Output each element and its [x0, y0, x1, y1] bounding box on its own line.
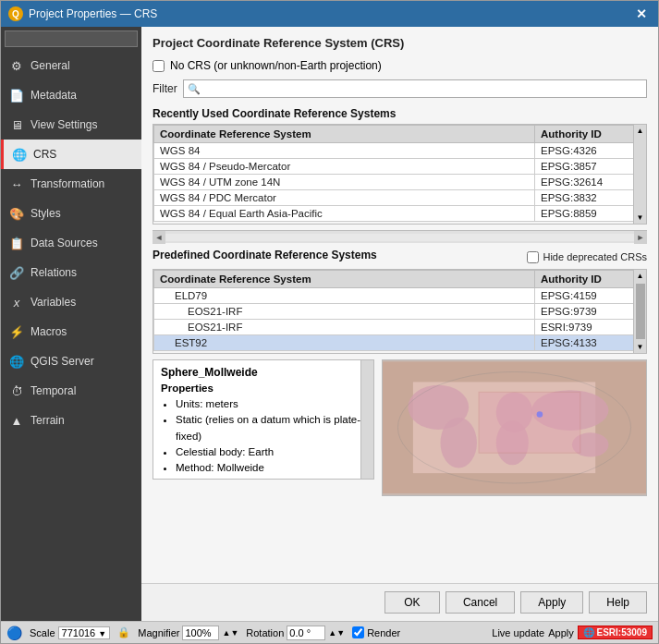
selected-crs-name: Sphere_Mollweide: [161, 366, 366, 379]
authority-id: EPSG:3857: [535, 159, 646, 175]
lock-icon: 🔒: [117, 626, 130, 638]
crs-name: WGS 84 / Equal Earth Asia-Pacific: [154, 206, 535, 222]
map-svg: [383, 360, 646, 495]
scale-value[interactable]: 771016 ▼: [58, 626, 111, 639]
authority-id: EPSG:32614: [535, 175, 646, 190]
sidebar-item-styles[interactable]: 🎨 Styles: [1, 199, 141, 228]
sidebar-item-qgis-server[interactable]: 🌐 QGIS Server: [1, 346, 141, 376]
sidebar-item-general[interactable]: ⚙ General: [1, 51, 141, 80]
predefined-title: Predefined Coordinate Reference Systems: [153, 249, 377, 261]
panel-content: Project Coordinate Reference System (CRS…: [141, 27, 658, 583]
magnifier-stepper[interactable]: ▲▼: [222, 628, 238, 638]
sidebar-item-relations[interactable]: 🔗 Relations: [1, 258, 141, 287]
scroll-down-arrow[interactable]: ▼: [635, 341, 646, 353]
sidebar-item-transformation[interactable]: ↔ Transformation: [1, 169, 141, 199]
map-preview: [382, 359, 647, 496]
crs-name: WGS 84 / PDC Mercator: [154, 190, 535, 206]
magnifier-input[interactable]: [182, 626, 219, 640]
filter-input[interactable]: [203, 82, 642, 95]
sidebar-search-area: [1, 27, 141, 51]
sidebar: ⚙ General 📄 Metadata 🖥 View Settings 🌐 C…: [1, 27, 141, 621]
prop-scrollbar[interactable]: [360, 360, 373, 479]
recently-used-hscroll[interactable]: ◄ ►: [153, 230, 647, 243]
predefined-scrollbar[interactable]: ▲ ▼: [633, 270, 646, 353]
render-checkbox[interactable]: [352, 626, 364, 638]
rotation-input[interactable]: [287, 626, 325, 640]
no-crs-label: No CRS (or unknown/non-Earth projection): [170, 59, 382, 72]
hscroll-track[interactable]: [165, 234, 634, 241]
authority-id: EPSG:8859: [535, 206, 646, 222]
col-header-crs: Coordinate Reference System: [154, 126, 535, 143]
svg-point-3: [440, 418, 476, 468]
variables-icon: x: [8, 294, 25, 310]
rotation-stepper[interactable]: ▲▼: [328, 628, 345, 638]
sidebar-item-data-sources[interactable]: 📋 Data Sources: [1, 228, 141, 258]
filter-row: Filter 🔍: [153, 79, 647, 98]
table-row[interactable]: EOS21-IRF EPSG:9739: [154, 304, 646, 320]
hide-deprecated-checkbox[interactable]: [527, 251, 539, 263]
recently-used-title: Recently Used Coordinate Reference Syste…: [153, 107, 647, 120]
table-row[interactable]: WGS 84 / Equal Earth Asia-Pacific EPSG:8…: [154, 206, 646, 222]
table-row[interactable]: WGS 84 / PDC Mercator EPSG:3832: [154, 190, 646, 206]
sidebar-item-label: QGIS Server: [31, 355, 94, 368]
esri-badge[interactable]: 🌐 ESRI:53009: [578, 626, 653, 639]
sidebar-item-label: Styles: [31, 207, 61, 220]
sidebar-item-label: Variables: [31, 296, 76, 309]
sidebar-item-label: Terrain: [31, 414, 65, 427]
crs-name: WGS 84 / Pseudo-Mercator: [154, 159, 535, 175]
sidebar-search-input[interactable]: [5, 30, 138, 47]
crs-name: ELD79: [154, 288, 535, 304]
authority-id: EPSG:9739: [535, 304, 646, 320]
authority-id: EPSG:4326: [535, 143, 646, 159]
scroll-down-arrow[interactable]: ▼: [635, 212, 646, 224]
sidebar-item-label: Relations: [31, 266, 77, 279]
sidebar-item-macros[interactable]: ⚡ Macros: [1, 317, 141, 346]
globe-icon: 🌐: [583, 627, 594, 638]
svg-point-9: [537, 411, 543, 418]
table-row[interactable]: WGS 84 EPSG:4326: [154, 143, 646, 159]
list-item: Method: Mollweide: [176, 460, 366, 476]
table-row[interactable]: WGS 84 / UTM zone 14N EPSG:32614: [154, 175, 646, 190]
apply-status-label: Apply: [548, 627, 574, 638]
recently-used-table-wrap: Coordinate Reference System Authority ID…: [153, 124, 647, 225]
sidebar-item-variables[interactable]: x Variables: [1, 287, 141, 317]
properties-list: Units: meters Static (relies on a datum …: [161, 396, 366, 476]
general-icon: ⚙: [8, 57, 25, 74]
table-row[interactable]: EST92 EPSG:4133: [154, 335, 646, 351]
table-row[interactable]: WGS 84 / Pseudo-Mercator EPSG:3857: [154, 159, 646, 175]
table-row[interactable]: ELD79 EPSG:4159: [154, 288, 646, 304]
filter-input-wrap: 🔍: [183, 79, 647, 98]
apply-button[interactable]: Apply: [520, 591, 583, 614]
scroll-up-arrow[interactable]: ▲: [635, 125, 646, 137]
sidebar-item-temporal[interactable]: ⏱ Temporal: [1, 376, 141, 406]
sidebar-item-terrain[interactable]: ▲ Terrain: [1, 406, 141, 435]
cancel-button[interactable]: Cancel: [445, 591, 515, 614]
sidebar-item-crs[interactable]: 🌐 CRS: [1, 140, 141, 169]
table-row[interactable]: EOS21-IRF ESRI:9739: [154, 320, 646, 335]
crs-name: EOS21-IRF: [154, 320, 535, 335]
crs-icon: 🌐: [11, 146, 28, 163]
hscroll-right[interactable]: ►: [634, 231, 647, 244]
hscroll-left[interactable]: ◄: [153, 231, 165, 244]
sidebar-item-view-settings[interactable]: 🖥 View Settings: [1, 110, 141, 140]
help-button[interactable]: Help: [589, 591, 647, 614]
table-scrollbar[interactable]: ▲ ▼: [633, 125, 646, 224]
col-header-authority: Authority ID: [535, 271, 646, 288]
title-bar-left: Q Project Properties — CRS: [8, 6, 157, 21]
no-crs-checkbox[interactable]: [153, 60, 165, 72]
close-button[interactable]: ✕: [632, 6, 651, 21]
render-item: Render: [352, 626, 400, 638]
predefined-table-wrap: Coordinate Reference System Authority ID…: [153, 269, 647, 354]
scale-dropdown-icon: ▼: [98, 629, 106, 638]
ok-button[interactable]: OK: [384, 591, 440, 614]
scroll-up-arrow[interactable]: ▲: [635, 270, 646, 282]
sidebar-item-metadata[interactable]: 📄 Metadata: [1, 80, 141, 110]
window-title: Project Properties — CRS: [29, 7, 157, 20]
list-item: Units: meters: [176, 396, 366, 412]
data-sources-icon: 📋: [8, 235, 25, 251]
authority-id: EPSG:3832: [535, 190, 646, 206]
esri-code: ESRI:53009: [597, 627, 647, 638]
predefined-table: Coordinate Reference System Authority ID…: [153, 270, 646, 351]
styles-icon: 🎨: [8, 205, 25, 222]
status-bar: 🔵 Scale 771016 ▼ 🔒 Magnifier ▲▼ Rotation…: [1, 621, 658, 643]
